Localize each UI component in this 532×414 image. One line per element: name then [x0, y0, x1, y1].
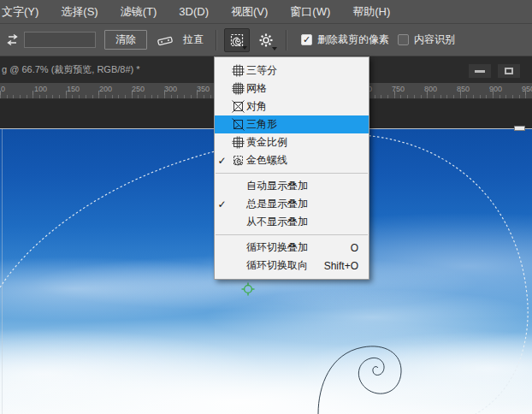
ruler-label: 200	[99, 85, 112, 93]
triangle-overlay-icon	[229, 118, 246, 131]
golden-spiral-overlay-icon	[229, 154, 246, 167]
menu-shortcut: O	[344, 242, 358, 254]
straighten-tool-icon[interactable]	[156, 33, 174, 48]
crop-center-crosshair-icon[interactable]	[242, 283, 255, 296]
menu-item-rule-of-thirds[interactable]: 三等分	[215, 62, 369, 80]
menu-item-cycle-orientation[interactable]: 循环切换取向 Shift+O	[215, 257, 369, 275]
crop-options-bar: 清除 拉直 ✓ 删除裁	[0, 24, 532, 56]
menu-shortcut: Shift+O	[317, 260, 358, 272]
toolbar-divider	[286, 30, 287, 50]
menu-item-label: 从不显示叠加	[246, 215, 358, 229]
dropdown-caret-icon	[242, 46, 247, 50]
menu-item-label: 循环切换叠加	[246, 240, 344, 255]
ruler-label: 750	[392, 85, 405, 93]
menu-item-golden-spiral[interactable]: ✓ 金色螺线	[215, 151, 369, 169]
menu-item-golden-ratio[interactable]: 黄金比例	[215, 133, 369, 151]
menu-item-view[interactable]: 视图(V)	[220, 0, 279, 24]
menu-item-label: 三等分	[246, 63, 358, 78]
ruler-label: 300	[164, 85, 177, 93]
clear-button[interactable]: 清除	[104, 30, 147, 50]
menu-item-3d[interactable]: 3D(D)	[168, 0, 220, 24]
crop-overlay-menu: 三等分 网格 对角 三角形	[214, 56, 369, 280]
toolbar-divider	[216, 30, 217, 50]
menu-item-diagonal[interactable]: 对角	[215, 98, 369, 115]
ruler-label: 150	[67, 85, 80, 93]
grid-overlay-icon	[229, 82, 246, 95]
menu-item-window[interactable]: 窗口(W)	[279, 0, 341, 24]
straighten-angle-input[interactable]	[24, 32, 96, 48]
spiral-inner-arc	[318, 346, 401, 414]
menu-item-label: 黄金比例	[246, 135, 358, 150]
check-icon: ✓	[215, 198, 229, 210]
checked-checkbox-icon[interactable]: ✓	[301, 34, 312, 45]
menu-item-label: 对角	[246, 99, 358, 114]
minimize-icon	[475, 70, 485, 73]
crop-settings-gear-button[interactable]	[253, 28, 279, 52]
menu-item-always-show-overlay[interactable]: ✓ 总是显示叠加	[215, 195, 369, 213]
unchecked-checkbox-icon[interactable]	[398, 34, 409, 45]
ruler-label: 800	[424, 85, 437, 93]
menu-separator	[216, 234, 368, 235]
ruler-label: 900	[489, 85, 502, 93]
menu-item-auto-show-overlay[interactable]: 自动显示叠加	[215, 177, 369, 195]
diagonal-overlay-icon	[229, 100, 246, 113]
ruler-label: 950	[522, 85, 532, 93]
menu-item-label: 金色螺线	[246, 153, 358, 168]
menu-item-type[interactable]: 文字(Y)	[0, 0, 50, 24]
menu-item-label: 自动显示叠加	[246, 179, 358, 193]
ruler-label: 250	[132, 85, 145, 93]
straighten-label[interactable]: 拉直	[183, 33, 204, 47]
crop-corner-handle[interactable]	[514, 126, 525, 131]
maximize-icon	[505, 68, 513, 74]
window-controls	[469, 64, 520, 78]
menu-item-label: 循环切换取向	[246, 258, 317, 273]
menu-bar: 文字(Y) 选择(S) 滤镜(T) 3D(D) 视图(V) 窗口(W) 帮助(H…	[0, 0, 532, 24]
content-aware-checkbox[interactable]: 内容识别	[398, 33, 455, 47]
menu-item-select[interactable]: 选择(S)	[50, 0, 109, 24]
ruler-label: 100	[34, 85, 47, 93]
ruler-label: 350	[197, 85, 210, 93]
menu-item-never-show-overlay[interactable]: 从不显示叠加	[215, 213, 369, 231]
menu-item-grid[interactable]: 网格	[215, 80, 369, 98]
menu-item-triangle[interactable]: 三角形	[215, 115, 369, 133]
menu-item-label: 三角形	[246, 117, 358, 132]
delete-cropped-pixels-label: 删除裁剪的像素	[317, 33, 389, 47]
maximize-button[interactable]	[498, 64, 520, 78]
check-icon: ✓	[215, 155, 229, 167]
document-tab-title[interactable]: g @ 66.7% (裁剪预览, RGB/8#) *	[0, 63, 140, 76]
overlay-options-button[interactable]	[224, 28, 250, 52]
ruler-label: 0	[1, 85, 5, 93]
menu-item-cycle-overlay[interactable]: 循环切换叠加 O	[215, 239, 369, 257]
ruler-label: 850	[457, 85, 470, 93]
menu-item-help[interactable]: 帮助(H)	[341, 0, 401, 24]
golden-ratio-overlay-icon	[229, 136, 246, 149]
crop-boundary-left[interactable]	[2, 129, 3, 414]
content-aware-label: 内容识别	[414, 33, 455, 47]
menu-separator	[216, 173, 368, 174]
menu-item-filter[interactable]: 滤镜(T)	[109, 0, 168, 24]
thirds-overlay-icon	[229, 64, 246, 77]
menu-item-label: 网格	[246, 81, 358, 96]
delete-cropped-pixels-checkbox[interactable]: ✓ 删除裁剪的像素	[301, 33, 389, 47]
dropdown-caret-icon	[272, 47, 277, 50]
menu-item-label: 总是显示叠加	[246, 197, 358, 211]
minimize-button[interactable]	[469, 64, 491, 78]
swap-orientation-icon[interactable]	[5, 33, 20, 47]
